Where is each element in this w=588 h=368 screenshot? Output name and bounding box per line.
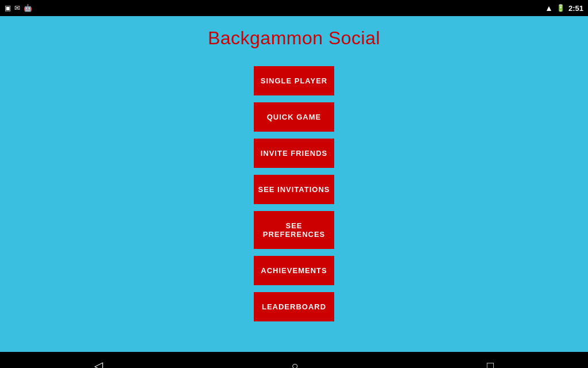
- invite-friends-button[interactable]: INVITE FRIENDS: [254, 139, 334, 168]
- status-bar: ▣ ✉ 🤖 ▲ 🔋 2:51: [0, 0, 588, 16]
- nav-bar: ◁ ○ □: [0, 352, 588, 368]
- app-title: Backgammon Social: [208, 28, 380, 49]
- back-button[interactable]: ◁: [94, 359, 103, 368]
- quick-game-button[interactable]: QUICK GAME: [254, 102, 334, 132]
- wifi-icon: ▲: [545, 3, 553, 13]
- menu-buttons: SINGLE PLAYER QUICK GAME INVITE FRIENDS …: [254, 66, 334, 321]
- status-bar-right: ▲ 🔋 2:51: [545, 3, 583, 13]
- battery-icon: 🔋: [556, 4, 565, 12]
- status-bar-left: ▣ ✉ 🤖: [5, 4, 32, 12]
- see-invitations-button[interactable]: SEE INVITATIONS: [254, 175, 334, 204]
- android-icon: 🤖: [24, 4, 32, 12]
- see-preferences-button[interactable]: SEE PREFERENCES: [254, 211, 334, 249]
- achievements-button[interactable]: ACHIEVEMENTS: [254, 256, 334, 285]
- message-icon: ✉: [14, 4, 20, 12]
- home-button[interactable]: ○: [291, 359, 298, 369]
- status-time: 2:51: [568, 4, 583, 13]
- notification-icon: ▣: [5, 4, 11, 12]
- single-player-button[interactable]: SINGLE PLAYER: [254, 66, 334, 95]
- leaderboard-button[interactable]: LEADERBOARD: [254, 292, 334, 321]
- recent-apps-button[interactable]: □: [487, 359, 494, 369]
- main-content: Backgammon Social SINGLE PLAYER QUICK GA…: [0, 16, 588, 352]
